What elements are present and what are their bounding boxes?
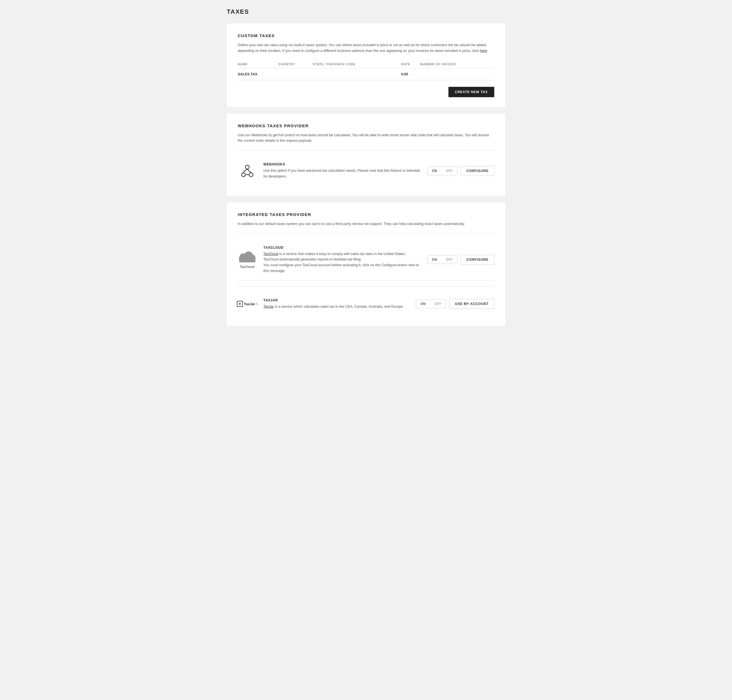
table-row: SALES TAX 0.05 — [238, 68, 494, 80]
taxcloud-actions: ON OFF CONFIGURE — [428, 255, 495, 265]
tax-invoice — [420, 68, 494, 80]
col-rate: RATE — [401, 60, 420, 68]
taxjar-description: TaxJar is a service which calculates sal… — [263, 304, 409, 310]
taxjar-label-text: TaxJar — [244, 302, 255, 306]
webhooks-taxes-section: WEBHOOKS TAXES PROVIDER Use our Webhooks… — [227, 113, 505, 196]
taxjar-use-my-account-button[interactable]: USE MY ACCOUNT — [449, 299, 494, 309]
col-invoice: NUMBER OF INVOICE — [420, 60, 494, 68]
taxcloud-toggle-off[interactable]: OFF — [442, 256, 457, 264]
svg-point-0 — [241, 173, 245, 176]
svg-point-1 — [249, 173, 253, 176]
here-link[interactable]: here — [480, 49, 487, 53]
custom-taxes-section: CUSTOM TAXES Define your own tax rates u… — [227, 24, 505, 107]
taxcloud-link[interactable]: TaxCloud — [263, 252, 278, 256]
taxjar-icon: ⊞ — [237, 301, 243, 307]
taxjar-toggle-off[interactable]: OFF — [430, 300, 446, 308]
divider — [238, 150, 494, 150]
taxcloud-logo: TaxCloud — [238, 251, 257, 268]
integrated-taxes-title: INTEGRATED TAXES PROVIDER — [238, 212, 494, 217]
taxcloud-configure-button[interactable]: CONFIGURE — [461, 255, 494, 265]
custom-taxes-title: CUSTOM TAXES — [238, 33, 494, 38]
taxjar-info: TAXJAR TaxJar is a service which calcula… — [263, 299, 409, 310]
taxcloud-description: TaxCloud is a service that makes it easy… — [263, 251, 421, 274]
webhooks-configure-button[interactable]: CONFIGURE — [461, 166, 494, 176]
webhooks-taxes-title: WEBHOOKS TAXES PROVIDER — [238, 124, 494, 128]
svg-point-6 — [250, 255, 256, 260]
tax-name: SALES TAX — [238, 68, 278, 80]
webhooks-description: Use this option if you have advanced tax… — [263, 168, 421, 179]
taxcloud-logo-icon — [238, 251, 257, 265]
col-state: STATE / PROVINCE CODE — [313, 60, 401, 68]
taxcloud-info: TAXCLOUD TaxCloud is a service that make… — [263, 246, 421, 274]
taxcloud-toggle-on[interactable]: ON — [428, 256, 442, 264]
taxjar-provider-row: ⊞ TaxJar ® TAXJAR TaxJar is a service wh… — [238, 292, 494, 316]
webhooks-name: WEBHOOKS — [263, 162, 421, 166]
webhooks-toggle-off[interactable]: OFF — [442, 167, 457, 175]
taxjar-logo: ⊞ TaxJar ® — [238, 301, 257, 307]
webhooks-toggle-on[interactable]: ON — [428, 167, 442, 175]
taxjar-name: TAXJAR — [263, 299, 409, 302]
tax-country — [278, 68, 313, 80]
divider-3 — [238, 286, 494, 287]
webhooks-provider-row: WEBHOOKS Use this option if you have adv… — [238, 156, 494, 186]
integrated-taxes-section: INTEGRATED TAXES PROVIDER In addition to… — [227, 202, 505, 326]
taxcloud-name: TAXCLOUD — [263, 246, 421, 250]
tax-table: NAME COUNTRY STATE / PROVINCE CODE RATE … — [238, 60, 494, 80]
taxjar-actions: ON OFF USE MY ACCOUNT — [416, 299, 494, 309]
integrated-taxes-desc: In addition to our default taxes system … — [238, 221, 494, 227]
webhooks-actions: ON OFF CONFIGURE — [428, 166, 495, 176]
webhook-icon — [240, 163, 255, 179]
taxcloud-toggle[interactable]: ON OFF — [428, 255, 458, 264]
taxjar-toggle-on[interactable]: ON — [416, 300, 430, 308]
taxjar-toggle[interactable]: ON OFF — [416, 300, 446, 308]
webhooks-info: WEBHOOKS Use this option if you have adv… — [263, 162, 421, 179]
create-new-tax-button[interactable]: CREATE NEW TAX — [448, 87, 494, 97]
webhooks-taxes-desc: Use our Webhooks to get full control on … — [238, 132, 494, 144]
webhooks-logo — [238, 163, 257, 179]
tax-rate: 0.05 — [401, 68, 420, 80]
webhooks-toggle[interactable]: ON OFF — [428, 166, 458, 175]
col-name: NAME — [238, 60, 278, 68]
taxjar-link[interactable]: TaxJar — [263, 304, 274, 309]
col-country: COUNTRY — [278, 60, 313, 68]
taxcloud-label: TaxCloud — [240, 265, 254, 268]
custom-taxes-desc: Define your own tax rates using our buil… — [238, 42, 494, 54]
taxcloud-provider-row: TaxCloud TAXCLOUD TaxCloud is a service … — [238, 239, 494, 281]
page-title: TAXES — [227, 8, 505, 15]
svg-point-2 — [245, 165, 249, 169]
tax-state — [313, 68, 401, 80]
